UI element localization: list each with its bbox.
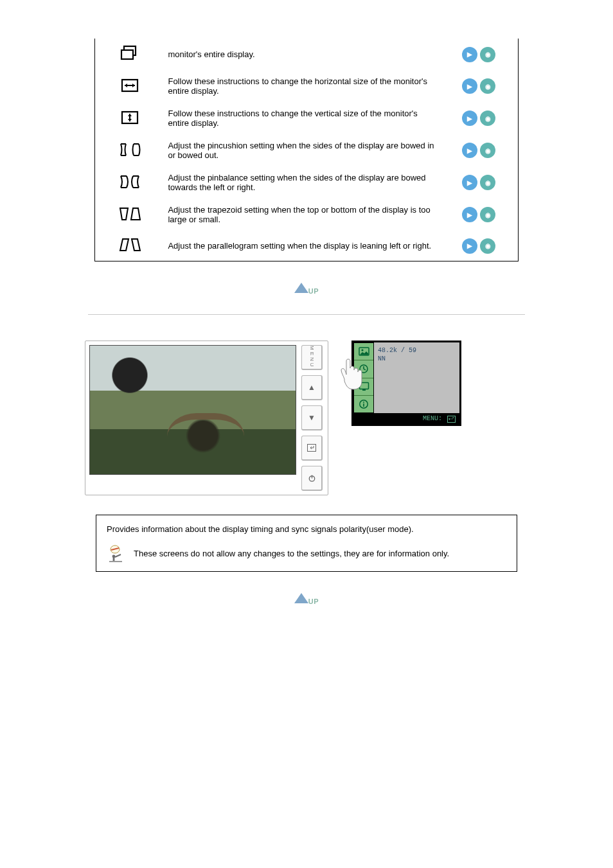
settings-row: Adjust the parallelogram setting when th… <box>95 231 519 261</box>
hsize-icon <box>95 70 164 102</box>
osd-text-line1: 48.2k / 59 <box>378 347 456 355</box>
svg-rect-22 <box>363 403 364 407</box>
monitor-mockup: MENU ▲ ▼ <box>85 341 328 495</box>
animate-button[interactable] <box>480 207 495 222</box>
settings-description: Adjust the parallelogram setting when th… <box>164 231 440 261</box>
play-button[interactable] <box>462 175 477 190</box>
info-box: Provides information about the display t… <box>96 515 517 572</box>
up-arrow-icon <box>294 283 308 293</box>
settings-row: monitor's entire display. <box>95 39 519 70</box>
animate-button[interactable] <box>480 238 495 254</box>
down-button[interactable]: ▼ <box>301 405 323 430</box>
vsize-icon <box>95 102 164 134</box>
settings-description: Follow these instructions to change the … <box>164 70 440 102</box>
settings-row: Adjust the pinbalance setting when the s… <box>95 166 519 199</box>
osd-footer: MENU: ⮐ <box>353 413 459 424</box>
svg-point-16 <box>361 350 363 351</box>
info-line1: Provides information about the display t… <box>107 524 506 534</box>
settings-row: Follow these instructions to change the … <box>95 102 519 134</box>
play-button[interactable] <box>462 238 477 254</box>
animate-button[interactable] <box>480 47 495 62</box>
settings-description: Adjust the trapezoid setting when the to… <box>164 199 440 231</box>
settings-row: Follow these instructions to change the … <box>95 70 519 102</box>
pincushion-icon <box>95 134 164 166</box>
animate-button[interactable] <box>480 143 495 158</box>
position-icon <box>95 39 164 70</box>
up-arrow-icon <box>294 593 308 603</box>
animate-button[interactable] <box>480 111 495 126</box>
play-button[interactable] <box>462 207 477 222</box>
settings-table: monitor's entire display.Follow these in… <box>94 39 519 261</box>
trapezoid-icon <box>95 199 164 231</box>
settings-description: Adjust the pincushion setting when the s… <box>164 134 440 166</box>
osd-info-panel: 48.2k / 59 NN <box>374 342 459 413</box>
osd-text-line2: NN <box>378 355 456 364</box>
animate-button[interactable] <box>480 175 495 190</box>
svg-point-24 <box>112 555 116 558</box>
play-button[interactable] <box>462 47 477 62</box>
play-button[interactable] <box>462 143 477 158</box>
hand-pointer-icon <box>339 356 371 391</box>
power-button[interactable] <box>301 466 323 491</box>
divider <box>88 314 525 315</box>
pinbalance-icon <box>95 166 164 199</box>
menu-button[interactable]: MENU <box>301 345 323 370</box>
up-link-1[interactable]: UP <box>94 281 519 295</box>
settings-description: monitor's entire display. <box>164 39 440 70</box>
animate-button[interactable] <box>480 78 495 94</box>
settings-row: Adjust the trapezoid setting when the to… <box>95 199 519 231</box>
play-button[interactable] <box>462 78 477 94</box>
up-button[interactable]: ▲ <box>301 375 323 400</box>
osd-tab-info-icon <box>354 395 373 412</box>
sample-photo <box>89 345 296 475</box>
parallelogram-icon <box>95 231 164 261</box>
up-link-2[interactable]: UP <box>94 591 519 605</box>
note-icon <box>107 544 125 562</box>
monitor-buttons: MENU ▲ ▼ <box>301 345 324 491</box>
display-mode-illustration: MENU ▲ ▼ <box>78 341 535 495</box>
info-line2: These screens do not allow any changes t… <box>134 549 449 558</box>
svg-rect-1 <box>121 50 133 59</box>
svg-point-21 <box>363 402 364 403</box>
settings-row: Adjust the pincushion setting when the s… <box>95 134 519 166</box>
up-label: UP <box>308 287 319 295</box>
up-label: UP <box>308 598 319 605</box>
settings-description: Adjust the pinbalance setting when the s… <box>164 166 440 199</box>
play-button[interactable] <box>462 111 477 126</box>
settings-description: Follow these instructions to change the … <box>164 102 440 134</box>
enter-button[interactable] <box>301 436 323 461</box>
svg-rect-25 <box>113 558 115 561</box>
